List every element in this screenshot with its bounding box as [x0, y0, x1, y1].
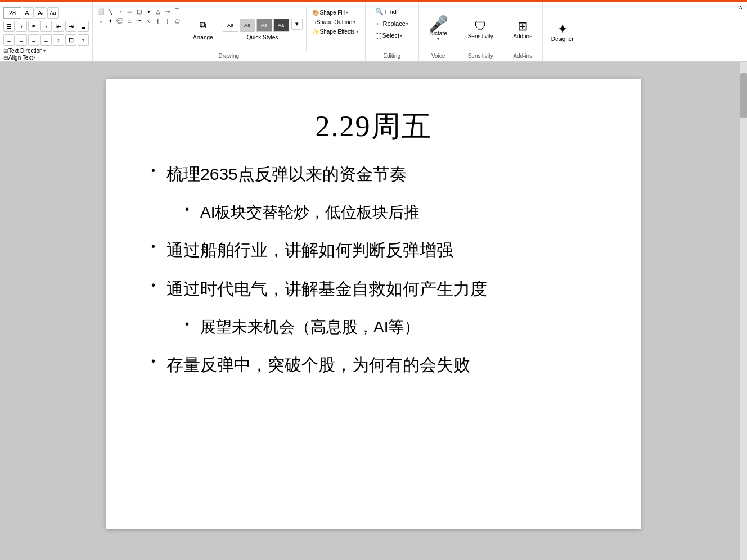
- shape-star-icon[interactable]: ✦: [106, 16, 115, 25]
- sensitivity-label: Sensitivity: [468, 33, 493, 39]
- shape-rtarrow-icon[interactable]: ⇒: [163, 7, 172, 16]
- columns-btn[interactable]: ⊞: [65, 34, 76, 46]
- clear-format-btn[interactable]: Aa: [47, 7, 58, 19]
- align-text-btn[interactable]: ⊟ Align Text ▾: [3, 55, 35, 61]
- addins-btn[interactable]: ⊞ Add-ins: [513, 20, 532, 39]
- align-left-btn[interactable]: ≡: [3, 34, 15, 46]
- bullet-list-btn[interactable]: ☰: [3, 21, 15, 32]
- sensitivity-label-bottom: Sensitivity: [468, 52, 493, 60]
- shape-callout-icon[interactable]: 💬: [115, 16, 124, 25]
- shapes-row-1: ⬜ ╲ → ▭ ▢ ▾ △ ⇒ ⌒ ⬦ ✦ 💬 ☺ 〜 ∿ { }: [96, 7, 186, 25]
- quick-styles-label: Quick Styles: [247, 34, 278, 40]
- line-spacing-btn[interactable]: ↕: [53, 34, 64, 46]
- decrease-indent-btn[interactable]: ⇤: [53, 21, 64, 32]
- qs-box-4[interactable]: Aa: [273, 19, 289, 32]
- shape-brace-icon[interactable]: }: [163, 16, 172, 25]
- designer-btn[interactable]: ✦ Designer: [551, 22, 574, 42]
- slide-bullets: •梳理2635点反弹以来的资金节奏•AI板块交替轮炒，低位板块后推•通过船舶行业…: [151, 163, 596, 377]
- shape-text-icon[interactable]: ⬜: [96, 7, 105, 16]
- shape-rrect-icon[interactable]: ▢: [134, 7, 143, 16]
- select-icon: ⬚: [375, 31, 381, 39]
- bullet-text-6: 存量反弹中，突破个股，为何有的会失败: [166, 354, 470, 377]
- increase-indent-btn[interactable]: ⇥: [65, 21, 76, 32]
- slide[interactable]: 2.29周五 •梳理2635点反弹以来的资金节奏•AI板块交替轮炒，低位板块后推…: [106, 79, 641, 529]
- editing-label: Editing: [383, 52, 400, 60]
- shape-more-icon[interactable]: ▾: [144, 7, 153, 16]
- sensitivity-section: 🛡 Sensitivity Sensitivity: [458, 2, 503, 61]
- multilevel-list-btn[interactable]: ≣: [78, 21, 89, 32]
- shape-outline-label: Shape Outline: [317, 19, 352, 25]
- shape-arrow-icon[interactable]: →: [115, 7, 124, 16]
- align-justify-btn[interactable]: ≡: [40, 34, 52, 46]
- ribbon: 28 A+ A- Aa ☰ ▾ ≡ ▾ ⇤ ⇥ ≣ ≡ ≡ ≡ ≡ ↕: [0, 0, 747, 62]
- editing-section: 🔍 Find ↔ Replace ▾ ⬚ Select ▾ Editing: [366, 2, 419, 61]
- scrollbar[interactable]: [740, 62, 747, 560]
- arrange-btn[interactable]: ⧉ Arrange: [188, 7, 218, 52]
- arrange-icon: ⧉: [196, 19, 210, 32]
- shapes-palette: ⬜ ╲ → ▭ ▢ ▾ △ ⇒ ⌒ ⬦ ✦ 💬 ☺ 〜 ∿ { }: [96, 7, 186, 25]
- text-direction-icon: ⊞: [3, 48, 8, 54]
- replace-btn[interactable]: ↔ Replace ▾: [373, 19, 410, 29]
- font-size-input[interactable]: 28: [3, 7, 21, 19]
- shape-fill-label: Shape Fill: [320, 10, 345, 16]
- shape-fill-icon: 🎨: [312, 10, 319, 16]
- bullet-list-dropdown[interactable]: ▾: [16, 21, 27, 32]
- sensitivity-btn[interactable]: 🛡 Sensitivity: [468, 20, 493, 39]
- shape-smiley-icon[interactable]: ☺: [125, 16, 134, 25]
- shape-effects-icon: ✨: [312, 29, 319, 35]
- shape-line-icon[interactable]: ╲: [106, 7, 115, 16]
- text-direction-arrow: ▾: [43, 48, 46, 53]
- shape-squig-icon[interactable]: ∿: [144, 16, 153, 25]
- select-btn[interactable]: ⬚ Select ▾: [373, 30, 404, 40]
- sensitivity-icon: 🛡: [474, 20, 487, 33]
- bullet-item-6: •存量反弹中，突破个股，为何有的会失败: [151, 354, 596, 377]
- slide-title: 2.29周五: [151, 107, 596, 146]
- font-size-row: 28 A+ A- Aa: [3, 7, 58, 19]
- qs-more-btn[interactable]: ▾: [291, 19, 303, 30]
- dictate-btn[interactable]: 🎤 Dictate ▾: [430, 17, 447, 42]
- find-label: Find: [384, 8, 396, 15]
- voice-label: Voice: [431, 52, 445, 60]
- number-list-btn[interactable]: ≡: [28, 21, 39, 32]
- text-direction-btn[interactable]: ⊞ Text Direction ▾: [3, 48, 46, 54]
- bullet-text-4: 通过时代电气，讲解基金自救如何产生力度: [166, 278, 487, 301]
- align-right-btn[interactable]: ≡: [28, 34, 39, 46]
- select-arrow: ▾: [400, 33, 402, 38]
- scrollbar-thumb[interactable]: [740, 73, 747, 118]
- shape-effects-btn[interactable]: ✨ Shape Effects ▾: [311, 28, 359, 35]
- bullet-item-3: •通过船舶行业，讲解如何判断反弹增强: [151, 239, 596, 262]
- shape-rect-icon[interactable]: ▭: [125, 7, 134, 16]
- quick-styles-area: Aa Aa Aa Aa ▾ Quick Styles: [219, 7, 307, 52]
- slide-area: 2.29周五 •梳理2635点反弹以来的资金节奏•AI板块交替轮炒，低位板块后推…: [0, 62, 747, 560]
- shape-fill-arrow: ▾: [346, 10, 348, 15]
- bullet-dot-5: •: [185, 318, 189, 331]
- shape-freeform-icon[interactable]: 〜: [134, 16, 143, 25]
- ribbon-collapse-btn[interactable]: ∧: [736, 2, 745, 11]
- bullet-item-4: •通过时代电气，讲解基金自救如何产生力度: [151, 278, 596, 301]
- qs-box-2[interactable]: Aa: [240, 19, 255, 32]
- align-center-btn[interactable]: ≡: [16, 34, 27, 46]
- bullet-dot-6: •: [151, 355, 155, 368]
- bullet-text-3: 通过船舶行业，讲解如何判断反弹增强: [166, 239, 453, 262]
- shape-bracket-icon[interactable]: {: [154, 16, 163, 25]
- addins-label-bottom: Add-ins: [513, 52, 532, 60]
- dictate-label: Dictate: [430, 30, 447, 37]
- number-list-dropdown[interactable]: ▾: [40, 21, 52, 32]
- select-label: Select: [382, 32, 399, 39]
- addins-label: Add-ins: [513, 33, 532, 39]
- font-shrink-btn[interactable]: A-: [35, 7, 46, 19]
- find-btn[interactable]: 🔍 Find: [373, 7, 398, 17]
- font-grow-btn[interactable]: A+: [22, 7, 34, 19]
- shape-penta-icon[interactable]: ⬠: [173, 16, 182, 25]
- shape-effects-label: Shape Effects: [320, 29, 355, 35]
- shape-flow-icon[interactable]: ⬦: [96, 16, 105, 25]
- shape-outline-btn[interactable]: □ Shape Outline ▾: [311, 19, 359, 26]
- shape-properties: 🎨 Shape Fill ▾ □ Shape Outline ▾ ✨ Shape…: [309, 7, 362, 38]
- qs-box-1[interactable]: Aa: [223, 19, 238, 32]
- shape-tri-icon[interactable]: △: [154, 7, 163, 16]
- shape-curve-icon[interactable]: ⌒: [173, 7, 182, 16]
- voice-section: 🎤 Dictate ▾ Voice: [419, 2, 458, 61]
- qs-box-3[interactable]: Aa: [256, 19, 272, 32]
- columns-dropdown[interactable]: ▾: [78, 34, 89, 46]
- shape-fill-btn[interactable]: 🎨 Shape Fill ▾: [311, 9, 359, 16]
